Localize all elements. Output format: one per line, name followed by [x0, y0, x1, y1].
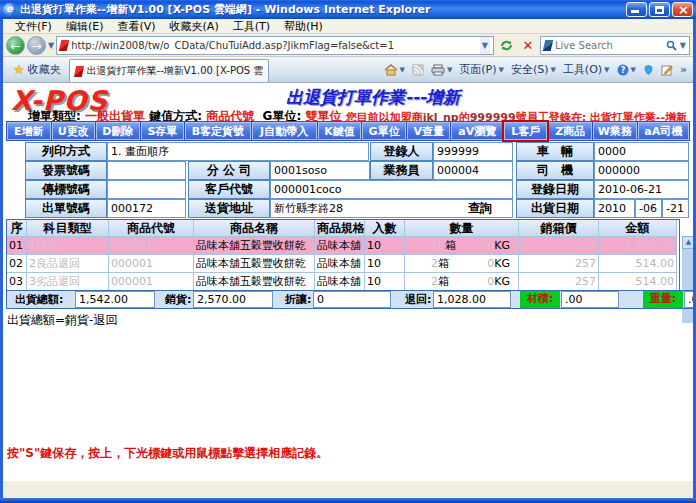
- button-product[interactable]: Z商品: [548, 122, 592, 140]
- home-button[interactable]: ▼: [384, 64, 405, 76]
- sales-value: 2,570.00: [193, 291, 273, 308]
- query-link[interactable]: 查詢: [468, 200, 492, 217]
- close-button[interactable]: [672, 2, 693, 17]
- ship-date-month-input[interactable]: [635, 199, 662, 218]
- ie-logo-icon: e: [3, 3, 16, 16]
- button-auto-fill[interactable]: J自動帶入: [252, 122, 317, 140]
- feeds-button[interactable]: [412, 64, 424, 76]
- favorites-label: 收藏夹: [28, 62, 61, 77]
- tools-menu-button[interactable]: 工具(O)▼: [563, 62, 610, 77]
- button-sales-rep[interactable]: W業務: [593, 122, 637, 140]
- branch-input[interactable]: [270, 161, 370, 180]
- search-provider-icon: [543, 40, 554, 51]
- driver-input[interactable]: [594, 161, 689, 180]
- salesman-label: 業務員: [370, 161, 433, 180]
- button-unit[interactable]: G單位: [362, 122, 406, 140]
- favorites-star-icon: ★: [13, 62, 25, 77]
- menu-file[interactable]: 文件(F): [9, 19, 58, 34]
- col-qty: 數量: [405, 220, 519, 237]
- invoice-no-input[interactable]: [107, 161, 186, 180]
- edit-button[interactable]: [661, 64, 673, 76]
- safety-menu-button[interactable]: 安全(S)▼: [511, 62, 556, 77]
- forward-button[interactable]: →: [27, 36, 46, 55]
- button-customer-item-no[interactable]: B客定貨號: [185, 122, 250, 140]
- svg-text:?: ?: [620, 66, 625, 75]
- volume-value: .00: [561, 291, 619, 308]
- back-button[interactable]: ←: [6, 36, 25, 55]
- ship-date-year-input[interactable]: [594, 199, 635, 218]
- menu-help[interactable]: 帮助(H): [278, 19, 329, 34]
- return-label: 退回:: [405, 292, 431, 308]
- address-field-box: ▼: [56, 36, 494, 55]
- stop-button[interactable]: ✕: [518, 36, 538, 55]
- title-bar: e 出退貨打單作業--增新V1.00 [X-POS 雲端網] - Windows…: [0, 0, 696, 19]
- button-add-new[interactable]: E增新: [7, 122, 51, 140]
- search-dropdown-icon[interactable]: ▼: [680, 41, 686, 50]
- button-delete[interactable]: D刪除: [96, 122, 140, 140]
- button-browse[interactable]: aV瀏覽: [451, 122, 502, 140]
- button-driver[interactable]: aA司機: [638, 122, 689, 140]
- ship-date-day-input[interactable]: [662, 199, 689, 218]
- order-no-label: 出單號碼: [25, 199, 107, 218]
- minimize-button[interactable]: [626, 2, 647, 17]
- voucher-no-label: 傳標號碼: [25, 180, 107, 199]
- page-menu-button[interactable]: 页面(P)▼: [459, 62, 504, 77]
- button-update[interactable]: U更改: [52, 122, 96, 140]
- command-bar: ▼ ▼ 页面(P)▼ 安全(S)▼ 工具(O)▼ ? ▼ »: [269, 62, 691, 77]
- voucher-no-input[interactable]: [107, 180, 186, 199]
- button-key-value[interactable]: K鍵值: [318, 122, 362, 140]
- print-mode-input[interactable]: [107, 142, 369, 161]
- button-save[interactable]: S存單: [141, 122, 185, 140]
- col-amount: 金額: [599, 220, 677, 237]
- keyboard-instruction: 按"S"鍵保存，按上，下光標鍵或用鼠標點擊選擇相應記錄。: [7, 445, 328, 462]
- table-scroll-up-button[interactable]: ▲: [682, 236, 693, 249]
- table-row[interactable]: 03 3劣品退回 000001 品味本舖五穀豐收餅乾 品味本舖 10 2箱0KG…: [7, 273, 679, 291]
- line-items-table: 序 科目類型 商品代號 商品名稱 商品規格 入數 數量 銷箱價 金額 01 1銷…: [6, 219, 680, 291]
- table-row[interactable]: 01 1銷貨 000001 品味本舖五穀豐收餅乾 品味本舖 10 10箱0KG …: [7, 237, 679, 255]
- menu-favorites[interactable]: 收藏夹(A): [164, 19, 225, 34]
- order-no-input[interactable]: [107, 199, 186, 218]
- maximize-button[interactable]: [649, 2, 670, 17]
- weight-badge: 重量:: [643, 291, 683, 308]
- address-input[interactable]: [71, 38, 477, 53]
- favorites-button[interactable]: ★ 收藏夹: [5, 59, 69, 81]
- return-value: 1,028.00: [433, 291, 511, 308]
- col-packs: 入數: [365, 220, 405, 237]
- registrant-input[interactable]: [433, 142, 513, 161]
- search-magnifier-icon[interactable]: [666, 40, 677, 51]
- search-input[interactable]: [555, 40, 663, 51]
- messenger-button[interactable]: [643, 64, 654, 76]
- col-type: 科目類型: [27, 220, 109, 237]
- home-icon: [384, 64, 398, 76]
- total-amount-label: 出貨總額:: [15, 292, 63, 308]
- help-button[interactable]: ? ▼: [617, 64, 636, 76]
- customer-code-input[interactable]: [270, 180, 513, 199]
- invoice-no-label: 發票號碼: [25, 161, 107, 180]
- registrant-label: 登錄人: [370, 142, 433, 161]
- history-dropdown-icon[interactable]: ▼: [48, 41, 54, 50]
- table-scrollbar-track[interactable]: [682, 249, 693, 323]
- button-customer[interactable]: L客戶: [504, 122, 548, 140]
- refresh-button[interactable]: [496, 36, 516, 55]
- col-code: 商品代號: [109, 220, 194, 237]
- messenger-icon: [643, 64, 654, 76]
- col-seq: 序: [7, 220, 27, 237]
- window-bottom-border: [0, 498, 696, 503]
- menu-view[interactable]: 查看(V): [111, 19, 161, 34]
- vehicle-input[interactable]: [594, 142, 689, 161]
- print-button[interactable]: ▼: [431, 64, 452, 76]
- toolbar-overflow-chevron[interactable]: »: [680, 63, 687, 76]
- reg-date-input[interactable]: [594, 180, 689, 199]
- menu-edit[interactable]: 编辑(E): [60, 19, 110, 34]
- col-name: 商品名稱: [194, 220, 315, 237]
- search-box: ▼: [540, 36, 690, 55]
- menu-tools[interactable]: 工具(T): [227, 19, 276, 34]
- branch-label: 分 公 司: [188, 161, 270, 180]
- tab-favicon: [73, 66, 83, 77]
- address-dropdown-icon[interactable]: ▼: [480, 37, 490, 54]
- active-tab[interactable]: 出退貨打單作業--增新V1.00 [X-POS 雲通網]: [69, 59, 269, 82]
- salesman-input[interactable]: [433, 161, 513, 180]
- discount-label: 折讓:: [285, 292, 311, 308]
- button-check-qty[interactable]: V查量: [407, 122, 451, 140]
- table-row[interactable]: 02 2良品退回 000001 品味本舖五穀豐收餅乾 品味本舖 10 2箱0KG…: [7, 255, 679, 273]
